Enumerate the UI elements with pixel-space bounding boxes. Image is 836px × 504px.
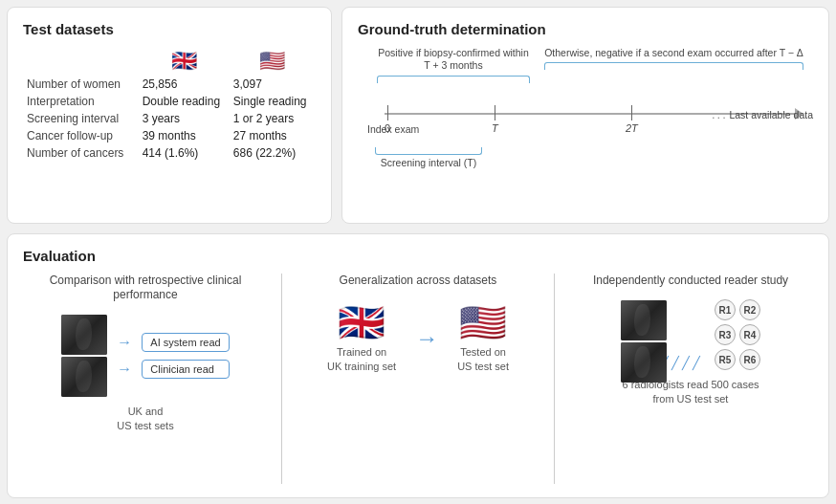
section1-bottom-label: UK andUS test sets: [117, 405, 173, 434]
datasets-tbody: Number of women25,8563,097Interpretation…: [23, 76, 316, 162]
tl-label-t: T: [492, 122, 498, 134]
ai-system-box: AI system read: [142, 333, 229, 352]
tl-point-2t: 2T: [626, 105, 638, 134]
reader-r2: R2: [739, 299, 760, 320]
dataset-row-3: Cancer follow-up39 months27 months: [23, 127, 316, 144]
tl-tick-0: [387, 105, 388, 121]
mammo-stack-reader: ╱╱╱╱╱╱: [621, 300, 703, 370]
neg-brace: [544, 62, 803, 70]
eval-section3-title: Independently conducted reader study: [593, 274, 788, 289]
reader-row-1: R1 R2: [715, 299, 760, 320]
pos-brace: [377, 76, 530, 83]
reader-r3: R3: [715, 324, 736, 345]
neg-text: Otherwise, negative if a second exam occ…: [544, 47, 803, 60]
mammo-img-2: [61, 357, 107, 397]
dataset-uk-0: 25,856: [139, 76, 230, 93]
flag-row: 🇬🇧 🇺🇸: [23, 47, 316, 76]
tl-point-t: T: [492, 105, 498, 134]
mammo-reader-2: [621, 342, 667, 383]
dataset-label-1: Interpretation: [23, 93, 139, 110]
index-exam-label: Index exam: [367, 123, 419, 135]
test-datasets-card: Test datasets 🇬🇧 🇺🇸 Number of women25,85…: [7, 7, 332, 224]
arrow-down: →: [117, 361, 132, 378]
screen-label: Screening interval (T): [375, 157, 482, 168]
reader-r4: R4: [739, 324, 760, 345]
tl-tick-t: [495, 105, 495, 121]
section3-bottom-label: 6 radiologists read 500 casesfrom US tes…: [622, 378, 759, 407]
flag-empty: [23, 47, 139, 76]
timeline: 0 T 2T ...: [367, 99, 803, 147]
main-container: Test datasets 🇬🇧 🇺🇸 Number of women25,85…: [7, 7, 829, 498]
dataset-uk-1: Double reading: [139, 93, 230, 110]
evaluation-title: Evaluation: [23, 248, 813, 264]
dataset-uk-4: 414 (1.6%): [139, 144, 230, 162]
tl-tick-2t: [631, 105, 632, 121]
gt-content: Positive if biopsy-confirmed within T + …: [358, 47, 813, 209]
dataset-us-4: 686 (22.2%): [230, 144, 316, 162]
ground-truth-title: Ground-truth determination: [358, 21, 813, 37]
dataset-row-2: Screening interval3 years1 or 2 years: [23, 110, 316, 127]
arrow-up: →: [117, 334, 132, 351]
clinician-box: Clinician read: [142, 360, 229, 379]
eval-section1-title: Comparison with retrospective clinical p…: [23, 274, 268, 303]
ai-diagram: → → AI system read Clinician read: [61, 315, 229, 397]
evaluation-card: Evaluation Comparison with retrospective…: [7, 233, 829, 498]
eval-section-1: Comparison with retrospective clinical p…: [23, 274, 268, 484]
dataset-us-1: Single reading: [230, 93, 316, 110]
reader-r1: R1: [715, 299, 736, 320]
dataset-row-4: Number of cancers414 (1.6%)686 (22.2%): [23, 144, 316, 162]
datasets-table: 🇬🇧 🇺🇸 Number of women25,8563,097Interpre…: [23, 47, 316, 162]
eval-sections: Comparison with retrospective clinical p…: [23, 274, 813, 484]
top-row: Test datasets 🇬🇧 🇺🇸 Number of women25,85…: [7, 7, 829, 224]
reader-r5: R5: [715, 349, 736, 370]
mammo-stack-1: [61, 315, 107, 397]
test-datasets-title: Test datasets: [23, 21, 316, 37]
dataset-row-1: InterpretationDouble readingSingle readi…: [23, 93, 316, 110]
reader-row-2: R3 R4: [715, 324, 760, 345]
reader-r6: R6: [739, 349, 760, 370]
gen-diagram: 🇬🇧 Trained onUK training set → 🇺🇸 Tested…: [327, 303, 509, 375]
dataset-us-0: 3,097: [230, 76, 316, 93]
neg-annotation: Otherwise, negative if a second exam occ…: [544, 47, 803, 71]
tl-dots: ...: [712, 107, 728, 121]
screening-brace: Screening interval (T): [375, 147, 482, 168]
mammo-reader-1: [621, 300, 667, 340]
dataset-label-0: Number of women: [23, 76, 139, 93]
gen-arrow: →: [415, 325, 438, 352]
reader-diagram: ╱╱╱╱╱╱ R1 R2 R3 R4 R5 R6: [621, 299, 760, 370]
dataset-us-2: 1 or 2 years: [230, 110, 316, 127]
pos-text: Positive if biopsy-confirmed within T + …: [377, 47, 530, 73]
gen-us-item: 🇺🇸 Tested onUS test set: [457, 303, 509, 375]
dataset-row-0: Number of women25,8563,097: [23, 76, 316, 93]
last-data-label: Last available data: [729, 109, 813, 121]
ai-boxes: AI system read Clinician read: [142, 333, 229, 379]
gen-tested-label: Tested onUS test set: [457, 345, 509, 375]
gen-flag-uk: 🇬🇧: [338, 303, 385, 341]
eval-section2-title: Generalization across datasets: [340, 274, 497, 289]
gen-trained-label: Trained onUK training set: [327, 345, 396, 375]
screen-brace-line: [375, 147, 482, 155]
tl-label-2t: 2T: [626, 122, 638, 134]
dataset-uk-3: 39 months: [139, 127, 230, 144]
dataset-uk-2: 3 years: [139, 110, 230, 127]
gen-flag-us: 🇺🇸: [459, 303, 507, 341]
dataset-us-3: 27 months: [230, 127, 316, 144]
reader-circles: R1 R2 R3 R4 R5 R6: [715, 299, 760, 370]
divider-2: [554, 274, 555, 484]
dataset-label-3: Cancer follow-up: [23, 127, 139, 144]
mammo-img-1: [61, 315, 107, 355]
divider-1: [281, 274, 282, 484]
eval-section-3: Independently conducted reader study ╱╱╱…: [568, 274, 813, 484]
flag-us: 🇺🇸: [230, 47, 316, 76]
dataset-label-2: Screening interval: [23, 110, 139, 127]
flag-uk: 🇬🇧: [139, 47, 230, 76]
ai-arrows: → →: [117, 334, 132, 378]
gen-uk-item: 🇬🇧 Trained onUK training set: [327, 303, 396, 375]
eval-section-2: Generalization across datasets 🇬🇧 Traine…: [296, 274, 540, 484]
ground-truth-card: Ground-truth determination Positive if b…: [341, 7, 829, 224]
pos-annotation: Positive if biopsy-confirmed within T + …: [377, 47, 530, 83]
dataset-label-4: Number of cancers: [23, 144, 139, 162]
reader-row-3: R5 R6: [715, 349, 760, 370]
